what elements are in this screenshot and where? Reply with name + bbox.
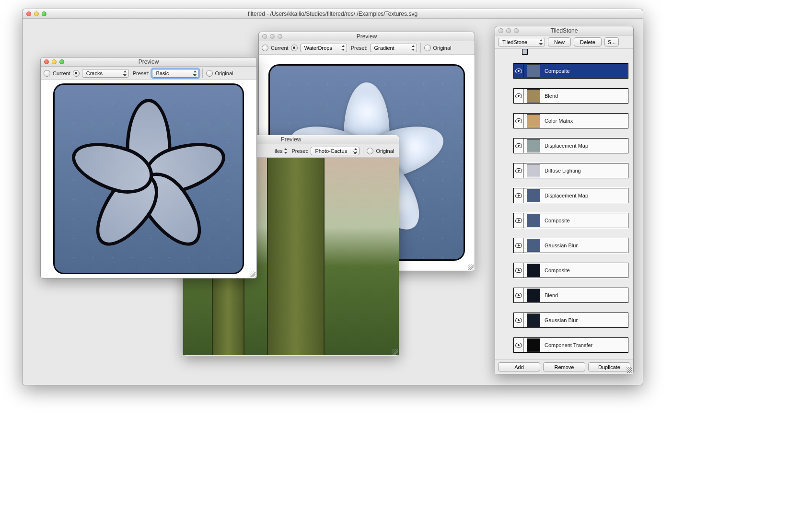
traffic-lights [26, 12, 46, 16]
close-icon[interactable] [44, 59, 49, 64]
dropdown-arrows-icon [411, 45, 415, 51]
node-thumbnail [527, 189, 540, 202]
original-radio[interactable] [206, 70, 213, 77]
minimize-icon[interactable] [270, 34, 275, 39]
resize-handle-icon[interactable] [468, 264, 474, 270]
visibility-eye-icon[interactable] [514, 238, 523, 253]
resize-handle-icon[interactable] [626, 367, 632, 373]
close-icon[interactable] [262, 34, 267, 39]
filter-dropdown[interactable]: WaterDrops [300, 44, 347, 52]
filter-radio[interactable] [73, 70, 80, 77]
minimize-icon[interactable] [506, 28, 511, 33]
zoom-icon[interactable] [278, 34, 282, 39]
visibility-eye-icon[interactable] [514, 213, 523, 228]
filter-node[interactable]: Diffuse Lighting [513, 163, 628, 178]
preset-dropdown[interactable]: Gradient [370, 44, 417, 52]
minimize-icon[interactable] [34, 12, 39, 16]
node-label: Gaussian Blur [544, 317, 578, 323]
resize-handle-icon[interactable] [392, 349, 398, 355]
visibility-eye-icon[interactable] [514, 64, 523, 78]
current-radio[interactable] [262, 45, 268, 51]
inspector-panel: TiledStone TiledStone New Delete S... Co… [495, 26, 634, 374]
dropdown-arrows-icon [193, 70, 197, 76]
original-label: Original [215, 70, 233, 76]
visibility-eye-icon[interactable] [514, 139, 523, 153]
node-label: Displacement Map [544, 193, 588, 198]
filter-radio[interactable] [291, 45, 298, 51]
filter-node[interactable]: Composite [513, 263, 628, 278]
inspector-footer: Add Remove Duplicate [495, 359, 633, 374]
zoom-icon[interactable] [514, 28, 519, 33]
preview-title: Preview [259, 33, 475, 40]
original-label: Original [376, 148, 394, 154]
main-titlebar[interactable]: filtered - /Users/kkallio/Studies/filter… [23, 9, 643, 19]
visibility-eye-icon[interactable] [514, 89, 523, 103]
minimize-icon[interactable] [52, 59, 57, 64]
visibility-eye-icon[interactable] [514, 338, 523, 352]
delete-button[interactable]: Delete [574, 37, 602, 46]
new-button[interactable]: New [548, 37, 571, 46]
node-label: Gaussian Blur [544, 243, 578, 248]
preview-toolbar: Current WaterDrops Preset: Gradient Orig… [259, 41, 475, 55]
visibility-eye-icon[interactable] [514, 288, 523, 302]
original-radio[interactable] [424, 45, 431, 51]
s-button[interactable]: S... [604, 37, 619, 46]
filter-node[interactable]: Composite [513, 213, 628, 228]
node-label: Component Transfer [544, 342, 592, 348]
filter-node[interactable]: Composite [513, 63, 628, 79]
duplicate-button[interactable]: Duplicate [588, 362, 630, 371]
filter-node[interactable]: Displacement Map [513, 188, 628, 203]
current-label: Current [271, 45, 289, 51]
preview-titlebar[interactable]: Preview [259, 32, 475, 41]
current-radio[interactable] [44, 70, 50, 77]
node-label: Blend [544, 93, 558, 99]
node-thumbnail [527, 164, 540, 177]
preview-toolbar: Current Cracks Preset: Basic Original [41, 67, 256, 80]
inspector-titlebar[interactable]: TiledStone [495, 26, 633, 35]
dropdown-arrows-icon [285, 148, 288, 154]
node-thumbnail [527, 214, 540, 227]
filter-node[interactable]: Gaussian Blur [513, 238, 628, 253]
filter-node[interactable]: Blend [513, 88, 628, 104]
node-thumbnail [527, 64, 540, 78]
visibility-eye-icon[interactable] [514, 188, 523, 203]
preset-dropdown[interactable]: Basic [152, 69, 199, 78]
filter-node[interactable]: Blend [513, 288, 628, 303]
node-thumbnail [527, 338, 540, 352]
root-node-icon[interactable] [522, 49, 528, 55]
filter-node[interactable]: Component Transfer [513, 337, 628, 353]
preview-canvas [41, 80, 256, 278]
original-label: Original [433, 45, 452, 51]
node-label: Displacement Map [544, 143, 588, 149]
filter-name-dropdown[interactable]: TiledStone [498, 38, 545, 46]
filter-node[interactable]: Displacement Map [513, 138, 628, 153]
preset-value: Gradient [374, 45, 394, 51]
visibility-eye-icon[interactable] [514, 163, 523, 178]
add-button[interactable]: Add [498, 362, 540, 371]
preset-label: Preset: [351, 45, 368, 51]
preset-label: Preset: [133, 70, 150, 76]
visibility-eye-icon[interactable] [514, 114, 523, 128]
window-title: filtered - /Users/kkallio/Studies/filter… [23, 11, 643, 17]
filter-node[interactable]: Color Matrix [513, 113, 628, 128]
zoom-icon[interactable] [59, 59, 64, 64]
remove-button[interactable]: Remove [543, 362, 585, 371]
original-radio[interactable] [367, 148, 373, 154]
separator [363, 146, 363, 156]
separator [420, 43, 421, 53]
preset-dropdown[interactable]: Photo-Cactus [311, 147, 360, 155]
visibility-eye-icon[interactable] [514, 263, 523, 278]
filter-node[interactable]: Gaussian Blur [513, 313, 628, 328]
visibility-eye-icon[interactable] [514, 313, 523, 327]
inspector-toolbar: TiledStone New Delete S... [495, 35, 633, 49]
resize-handle-icon[interactable] [250, 271, 255, 277]
close-icon[interactable] [499, 28, 503, 33]
cactus-shape [267, 158, 325, 355]
dropdown-arrows-icon [354, 148, 358, 154]
dropdown-arrows-icon [123, 70, 127, 76]
filter-dropdown[interactable]: Cracks [82, 69, 129, 78]
close-icon[interactable] [26, 12, 31, 16]
preview-titlebar[interactable]: Preview [41, 58, 256, 67]
traffic-lights [499, 28, 519, 33]
zoom-icon[interactable] [42, 12, 46, 16]
